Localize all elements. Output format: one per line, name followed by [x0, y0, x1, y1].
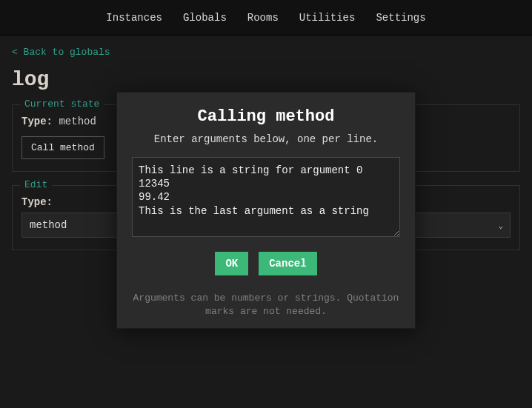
- current-state-legend: Current state: [20, 98, 104, 110]
- nav-globals[interactable]: Globals: [183, 12, 227, 24]
- calling-method-modal: Calling method Enter arguments below, on…: [116, 92, 416, 329]
- arguments-textarea[interactable]: [132, 157, 400, 237]
- modal-instruction: Enter arguments below, one per line.: [132, 133, 400, 145]
- modal-title: Calling method: [132, 107, 400, 126]
- call-method-button[interactable]: Call method: [21, 136, 104, 159]
- modal-footnote: Arguments can be numbers or strings. Quo…: [132, 292, 400, 318]
- back-to-globals-link[interactable]: Back to globals: [12, 47, 110, 58]
- nav-instances[interactable]: Instances: [106, 12, 162, 24]
- nav-settings[interactable]: Settings: [376, 12, 425, 24]
- edit-legend: Edit: [20, 179, 52, 190]
- ok-button[interactable]: OK: [215, 252, 248, 275]
- edit-type-label: Type:: [21, 196, 53, 208]
- nav-rooms[interactable]: Rooms: [247, 12, 279, 24]
- type-label: Type:: [21, 116, 53, 127]
- page-title: log: [12, 68, 520, 91]
- cancel-button[interactable]: Cancel: [259, 252, 316, 275]
- nav-utilities[interactable]: Utilities: [299, 12, 356, 24]
- top-nav: Instances Globals Rooms Utilities Settin…: [0, 0, 532, 36]
- type-value: method: [59, 116, 96, 127]
